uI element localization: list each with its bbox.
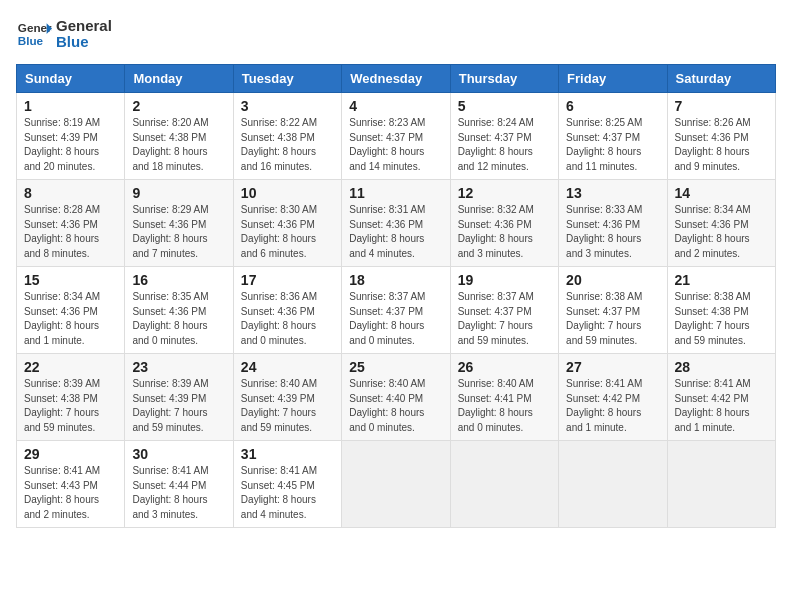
page-header: General Blue General Blue [16,16,776,52]
header-friday: Friday [559,65,667,93]
day-info: Sunrise: 8:30 AMSunset: 4:36 PMDaylight:… [241,203,334,261]
day-info: Sunrise: 8:41 AMSunset: 4:42 PMDaylight:… [675,377,768,435]
day-info: Sunrise: 8:23 AMSunset: 4:37 PMDaylight:… [349,116,442,174]
calendar-header: SundayMondayTuesdayWednesdayThursdayFrid… [17,65,776,93]
calendar-cell: 28Sunrise: 8:41 AMSunset: 4:42 PMDayligh… [667,354,775,441]
day-info: Sunrise: 8:38 AMSunset: 4:37 PMDaylight:… [566,290,659,348]
day-info: Sunrise: 8:35 AMSunset: 4:36 PMDaylight:… [132,290,225,348]
day-info: Sunrise: 8:29 AMSunset: 4:36 PMDaylight:… [132,203,225,261]
day-number: 21 [675,272,768,288]
day-number: 19 [458,272,551,288]
day-number: 8 [24,185,117,201]
calendar-cell: 21Sunrise: 8:38 AMSunset: 4:38 PMDayligh… [667,267,775,354]
day-number: 28 [675,359,768,375]
logo-general: General [56,18,112,35]
day-number: 9 [132,185,225,201]
calendar-cell: 31Sunrise: 8:41 AMSunset: 4:45 PMDayligh… [233,441,341,528]
day-number: 18 [349,272,442,288]
calendar-cell: 8Sunrise: 8:28 AMSunset: 4:36 PMDaylight… [17,180,125,267]
logo-blue: Blue [56,34,112,51]
day-number: 20 [566,272,659,288]
day-info: Sunrise: 8:41 AMSunset: 4:43 PMDaylight:… [24,464,117,522]
calendar-week-3: 15Sunrise: 8:34 AMSunset: 4:36 PMDayligh… [17,267,776,354]
calendar-table: SundayMondayTuesdayWednesdayThursdayFrid… [16,64,776,528]
day-number: 6 [566,98,659,114]
day-number: 4 [349,98,442,114]
day-number: 1 [24,98,117,114]
calendar-cell: 15Sunrise: 8:34 AMSunset: 4:36 PMDayligh… [17,267,125,354]
day-number: 16 [132,272,225,288]
header-row: SundayMondayTuesdayWednesdayThursdayFrid… [17,65,776,93]
day-info: Sunrise: 8:28 AMSunset: 4:36 PMDaylight:… [24,203,117,261]
calendar-cell [559,441,667,528]
day-number: 23 [132,359,225,375]
calendar-cell: 16Sunrise: 8:35 AMSunset: 4:36 PMDayligh… [125,267,233,354]
calendar-cell: 26Sunrise: 8:40 AMSunset: 4:41 PMDayligh… [450,354,558,441]
calendar-cell: 23Sunrise: 8:39 AMSunset: 4:39 PMDayligh… [125,354,233,441]
day-info: Sunrise: 8:40 AMSunset: 4:39 PMDaylight:… [241,377,334,435]
header-thursday: Thursday [450,65,558,93]
calendar-cell [450,441,558,528]
calendar-cell: 4Sunrise: 8:23 AMSunset: 4:37 PMDaylight… [342,93,450,180]
day-number: 31 [241,446,334,462]
day-info: Sunrise: 8:41 AMSunset: 4:44 PMDaylight:… [132,464,225,522]
day-number: 14 [675,185,768,201]
calendar-cell: 19Sunrise: 8:37 AMSunset: 4:37 PMDayligh… [450,267,558,354]
calendar-cell: 9Sunrise: 8:29 AMSunset: 4:36 PMDaylight… [125,180,233,267]
day-info: Sunrise: 8:37 AMSunset: 4:37 PMDaylight:… [349,290,442,348]
day-info: Sunrise: 8:41 AMSunset: 4:45 PMDaylight:… [241,464,334,522]
header-wednesday: Wednesday [342,65,450,93]
day-number: 5 [458,98,551,114]
calendar-cell: 22Sunrise: 8:39 AMSunset: 4:38 PMDayligh… [17,354,125,441]
calendar-week-4: 22Sunrise: 8:39 AMSunset: 4:38 PMDayligh… [17,354,776,441]
day-info: Sunrise: 8:39 AMSunset: 4:39 PMDaylight:… [132,377,225,435]
day-info: Sunrise: 8:25 AMSunset: 4:37 PMDaylight:… [566,116,659,174]
day-info: Sunrise: 8:40 AMSunset: 4:40 PMDaylight:… [349,377,442,435]
calendar-cell: 6Sunrise: 8:25 AMSunset: 4:37 PMDaylight… [559,93,667,180]
day-info: Sunrise: 8:22 AMSunset: 4:38 PMDaylight:… [241,116,334,174]
day-info: Sunrise: 8:19 AMSunset: 4:39 PMDaylight:… [24,116,117,174]
day-number: 22 [24,359,117,375]
day-number: 26 [458,359,551,375]
header-saturday: Saturday [667,65,775,93]
day-info: Sunrise: 8:24 AMSunset: 4:37 PMDaylight:… [458,116,551,174]
header-monday: Monday [125,65,233,93]
calendar-week-5: 29Sunrise: 8:41 AMSunset: 4:43 PMDayligh… [17,441,776,528]
calendar-cell: 30Sunrise: 8:41 AMSunset: 4:44 PMDayligh… [125,441,233,528]
day-number: 27 [566,359,659,375]
day-number: 2 [132,98,225,114]
day-info: Sunrise: 8:38 AMSunset: 4:38 PMDaylight:… [675,290,768,348]
svg-text:Blue: Blue [18,34,44,47]
day-number: 29 [24,446,117,462]
day-info: Sunrise: 8:36 AMSunset: 4:36 PMDaylight:… [241,290,334,348]
calendar-cell: 20Sunrise: 8:38 AMSunset: 4:37 PMDayligh… [559,267,667,354]
logo: General Blue General Blue [16,16,112,52]
calendar-cell: 1Sunrise: 8:19 AMSunset: 4:39 PMDaylight… [17,93,125,180]
day-info: Sunrise: 8:20 AMSunset: 4:38 PMDaylight:… [132,116,225,174]
calendar-week-2: 8Sunrise: 8:28 AMSunset: 4:36 PMDaylight… [17,180,776,267]
calendar-cell: 3Sunrise: 8:22 AMSunset: 4:38 PMDaylight… [233,93,341,180]
calendar-cell [667,441,775,528]
calendar-cell: 12Sunrise: 8:32 AMSunset: 4:36 PMDayligh… [450,180,558,267]
day-number: 30 [132,446,225,462]
calendar-cell: 2Sunrise: 8:20 AMSunset: 4:38 PMDaylight… [125,93,233,180]
calendar-cell: 24Sunrise: 8:40 AMSunset: 4:39 PMDayligh… [233,354,341,441]
header-sunday: Sunday [17,65,125,93]
header-tuesday: Tuesday [233,65,341,93]
day-info: Sunrise: 8:31 AMSunset: 4:36 PMDaylight:… [349,203,442,261]
day-info: Sunrise: 8:37 AMSunset: 4:37 PMDaylight:… [458,290,551,348]
day-info: Sunrise: 8:41 AMSunset: 4:42 PMDaylight:… [566,377,659,435]
day-number: 13 [566,185,659,201]
day-number: 10 [241,185,334,201]
day-info: Sunrise: 8:34 AMSunset: 4:36 PMDaylight:… [675,203,768,261]
day-info: Sunrise: 8:40 AMSunset: 4:41 PMDaylight:… [458,377,551,435]
calendar-cell: 7Sunrise: 8:26 AMSunset: 4:36 PMDaylight… [667,93,775,180]
calendar-cell: 14Sunrise: 8:34 AMSunset: 4:36 PMDayligh… [667,180,775,267]
day-number: 25 [349,359,442,375]
calendar-cell: 29Sunrise: 8:41 AMSunset: 4:43 PMDayligh… [17,441,125,528]
day-info: Sunrise: 8:39 AMSunset: 4:38 PMDaylight:… [24,377,117,435]
day-number: 7 [675,98,768,114]
calendar-cell: 11Sunrise: 8:31 AMSunset: 4:36 PMDayligh… [342,180,450,267]
day-number: 15 [24,272,117,288]
calendar-cell: 5Sunrise: 8:24 AMSunset: 4:37 PMDaylight… [450,93,558,180]
